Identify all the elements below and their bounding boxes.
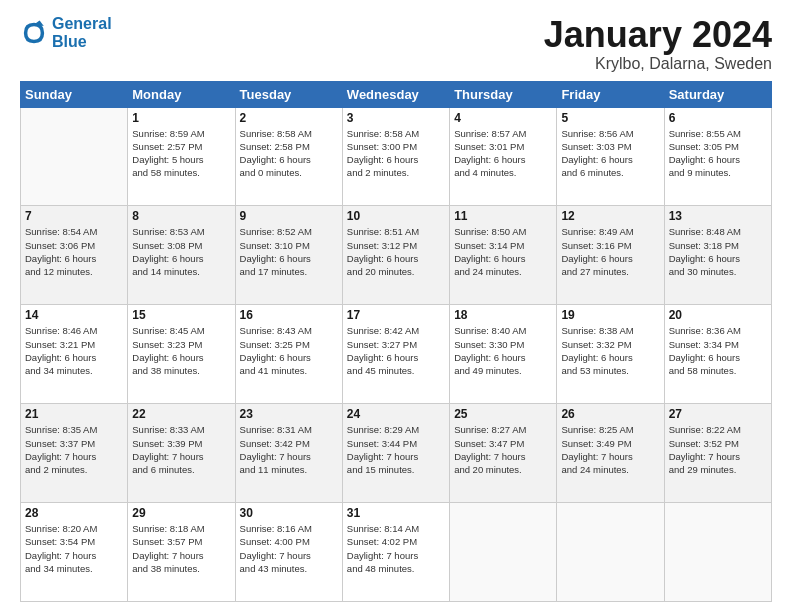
day-number: 13 [669,209,767,223]
calendar-day-cell: 12Sunrise: 8:49 AM Sunset: 3:16 PM Dayli… [557,206,664,305]
day-detail: Sunrise: 8:58 AM Sunset: 2:58 PM Dayligh… [240,127,338,180]
day-number: 15 [132,308,230,322]
calendar-day-header: Tuesday [235,81,342,107]
day-number: 20 [669,308,767,322]
day-number: 9 [240,209,338,223]
calendar-day-cell: 11Sunrise: 8:50 AM Sunset: 3:14 PM Dayli… [450,206,557,305]
day-detail: Sunrise: 8:36 AM Sunset: 3:34 PM Dayligh… [669,324,767,377]
day-detail: Sunrise: 8:54 AM Sunset: 3:06 PM Dayligh… [25,225,123,278]
day-number: 1 [132,111,230,125]
day-detail: Sunrise: 8:46 AM Sunset: 3:21 PM Dayligh… [25,324,123,377]
day-number: 3 [347,111,445,125]
calendar-day-cell: 2Sunrise: 8:58 AM Sunset: 2:58 PM Daylig… [235,107,342,206]
day-detail: Sunrise: 8:20 AM Sunset: 3:54 PM Dayligh… [25,522,123,575]
day-number: 18 [454,308,552,322]
day-detail: Sunrise: 8:56 AM Sunset: 3:03 PM Dayligh… [561,127,659,180]
calendar-day-cell: 1Sunrise: 8:59 AM Sunset: 2:57 PM Daylig… [128,107,235,206]
day-number: 23 [240,407,338,421]
page-subtitle: Krylbo, Dalarna, Sweden [544,55,772,73]
day-detail: Sunrise: 8:45 AM Sunset: 3:23 PM Dayligh… [132,324,230,377]
day-detail: Sunrise: 8:52 AM Sunset: 3:10 PM Dayligh… [240,225,338,278]
calendar-day-cell [21,107,128,206]
day-number: 27 [669,407,767,421]
calendar-day-header: Sunday [21,81,128,107]
day-number: 14 [25,308,123,322]
calendar-day-cell: 29Sunrise: 8:18 AM Sunset: 3:57 PM Dayli… [128,503,235,602]
calendar-week-row: 28Sunrise: 8:20 AM Sunset: 3:54 PM Dayli… [21,503,772,602]
day-number: 21 [25,407,123,421]
calendar-day-cell: 17Sunrise: 8:42 AM Sunset: 3:27 PM Dayli… [342,305,449,404]
calendar-day-cell: 24Sunrise: 8:29 AM Sunset: 3:44 PM Dayli… [342,404,449,503]
calendar-day-cell: 26Sunrise: 8:25 AM Sunset: 3:49 PM Dayli… [557,404,664,503]
calendar-day-cell: 9Sunrise: 8:52 AM Sunset: 3:10 PM Daylig… [235,206,342,305]
calendar-day-cell [664,503,771,602]
day-number: 11 [454,209,552,223]
calendar-header-row: SundayMondayTuesdayWednesdayThursdayFrid… [21,81,772,107]
day-detail: Sunrise: 8:53 AM Sunset: 3:08 PM Dayligh… [132,225,230,278]
calendar-day-cell: 19Sunrise: 8:38 AM Sunset: 3:32 PM Dayli… [557,305,664,404]
day-number: 10 [347,209,445,223]
calendar-table: SundayMondayTuesdayWednesdayThursdayFrid… [20,81,772,602]
calendar-day-cell: 13Sunrise: 8:48 AM Sunset: 3:18 PM Dayli… [664,206,771,305]
day-detail: Sunrise: 8:43 AM Sunset: 3:25 PM Dayligh… [240,324,338,377]
day-detail: Sunrise: 8:50 AM Sunset: 3:14 PM Dayligh… [454,225,552,278]
day-number: 28 [25,506,123,520]
day-number: 7 [25,209,123,223]
calendar-day-cell: 4Sunrise: 8:57 AM Sunset: 3:01 PM Daylig… [450,107,557,206]
calendar-day-cell: 15Sunrise: 8:45 AM Sunset: 3:23 PM Dayli… [128,305,235,404]
calendar-day-cell: 20Sunrise: 8:36 AM Sunset: 3:34 PM Dayli… [664,305,771,404]
calendar-day-cell: 31Sunrise: 8:14 AM Sunset: 4:02 PM Dayli… [342,503,449,602]
day-number: 12 [561,209,659,223]
day-number: 19 [561,308,659,322]
day-detail: Sunrise: 8:27 AM Sunset: 3:47 PM Dayligh… [454,423,552,476]
day-detail: Sunrise: 8:42 AM Sunset: 3:27 PM Dayligh… [347,324,445,377]
calendar-day-cell: 30Sunrise: 8:16 AM Sunset: 4:00 PM Dayli… [235,503,342,602]
day-detail: Sunrise: 8:25 AM Sunset: 3:49 PM Dayligh… [561,423,659,476]
header: General Blue January 2024 Krylbo, Dalarn… [20,15,772,73]
calendar-day-cell: 5Sunrise: 8:56 AM Sunset: 3:03 PM Daylig… [557,107,664,206]
day-detail: Sunrise: 8:49 AM Sunset: 3:16 PM Dayligh… [561,225,659,278]
logo-icon [20,19,48,47]
calendar-day-cell: 14Sunrise: 8:46 AM Sunset: 3:21 PM Dayli… [21,305,128,404]
day-detail: Sunrise: 8:22 AM Sunset: 3:52 PM Dayligh… [669,423,767,476]
day-number: 2 [240,111,338,125]
day-detail: Sunrise: 8:35 AM Sunset: 3:37 PM Dayligh… [25,423,123,476]
day-detail: Sunrise: 8:59 AM Sunset: 2:57 PM Dayligh… [132,127,230,180]
day-detail: Sunrise: 8:29 AM Sunset: 3:44 PM Dayligh… [347,423,445,476]
day-number: 4 [454,111,552,125]
calendar-day-header: Wednesday [342,81,449,107]
calendar-day-cell: 16Sunrise: 8:43 AM Sunset: 3:25 PM Dayli… [235,305,342,404]
day-number: 6 [669,111,767,125]
calendar-day-cell: 7Sunrise: 8:54 AM Sunset: 3:06 PM Daylig… [21,206,128,305]
calendar-day-header: Monday [128,81,235,107]
day-detail: Sunrise: 8:58 AM Sunset: 3:00 PM Dayligh… [347,127,445,180]
calendar-day-header: Saturday [664,81,771,107]
day-detail: Sunrise: 8:18 AM Sunset: 3:57 PM Dayligh… [132,522,230,575]
calendar-day-cell: 27Sunrise: 8:22 AM Sunset: 3:52 PM Dayli… [664,404,771,503]
calendar-day-cell: 22Sunrise: 8:33 AM Sunset: 3:39 PM Dayli… [128,404,235,503]
calendar-day-cell: 25Sunrise: 8:27 AM Sunset: 3:47 PM Dayli… [450,404,557,503]
calendar-day-header: Friday [557,81,664,107]
day-detail: Sunrise: 8:38 AM Sunset: 3:32 PM Dayligh… [561,324,659,377]
calendar-week-row: 7Sunrise: 8:54 AM Sunset: 3:06 PM Daylig… [21,206,772,305]
day-detail: Sunrise: 8:57 AM Sunset: 3:01 PM Dayligh… [454,127,552,180]
calendar-day-cell: 10Sunrise: 8:51 AM Sunset: 3:12 PM Dayli… [342,206,449,305]
page-title: January 2024 [544,15,772,55]
calendar-day-cell: 3Sunrise: 8:58 AM Sunset: 3:00 PM Daylig… [342,107,449,206]
day-detail: Sunrise: 8:40 AM Sunset: 3:30 PM Dayligh… [454,324,552,377]
calendar-week-row: 1Sunrise: 8:59 AM Sunset: 2:57 PM Daylig… [21,107,772,206]
calendar-day-cell [557,503,664,602]
day-number: 24 [347,407,445,421]
calendar-week-row: 14Sunrise: 8:46 AM Sunset: 3:21 PM Dayli… [21,305,772,404]
calendar-day-cell: 6Sunrise: 8:55 AM Sunset: 3:05 PM Daylig… [664,107,771,206]
day-detail: Sunrise: 8:33 AM Sunset: 3:39 PM Dayligh… [132,423,230,476]
logo-text: General Blue [52,15,112,50]
day-detail: Sunrise: 8:51 AM Sunset: 3:12 PM Dayligh… [347,225,445,278]
day-number: 8 [132,209,230,223]
day-number: 29 [132,506,230,520]
day-number: 25 [454,407,552,421]
day-number: 22 [132,407,230,421]
title-block: January 2024 Krylbo, Dalarna, Sweden [544,15,772,73]
logo: General Blue [20,15,112,50]
day-detail: Sunrise: 8:48 AM Sunset: 3:18 PM Dayligh… [669,225,767,278]
